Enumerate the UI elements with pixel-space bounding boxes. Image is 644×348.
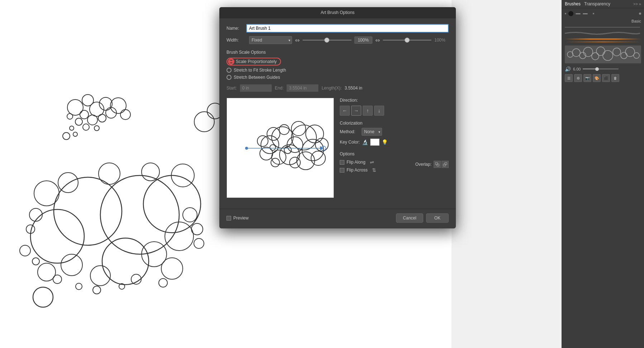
panel-arrows[interactable]: >> » xyxy=(633,2,641,6)
volume-row: 🔊 6.00 xyxy=(565,66,641,72)
colorization-label: Colorization xyxy=(340,121,449,126)
dir-btn-down[interactable]: ↓ xyxy=(374,106,384,116)
eyedropper-icon[interactable]: 🔬 xyxy=(362,139,368,145)
width-slider-track[interactable] xyxy=(302,40,352,40)
svg-point-73 xyxy=(257,136,268,146)
panel-icon-list[interactable]: ☰ xyxy=(565,74,573,82)
svg-point-47 xyxy=(191,223,203,235)
cancel-button[interactable]: Cancel xyxy=(396,213,423,223)
key-color-row: Key Color: 🔬 💡 xyxy=(340,139,449,146)
brush-dots-row xyxy=(565,11,641,16)
svg-point-23 xyxy=(102,238,149,285)
preview-checkbox[interactable] xyxy=(226,216,231,221)
svg-point-59 xyxy=(625,47,635,57)
svg-point-45 xyxy=(159,279,167,287)
flip-across-checkbox[interactable] xyxy=(340,168,344,173)
radio-stretch-to-fit[interactable]: Stretch to Fit Stroke Length xyxy=(226,68,449,73)
svg-point-56 xyxy=(603,50,613,61)
svg-point-27 xyxy=(142,163,159,181)
dir-btn-up[interactable]: ↑ xyxy=(363,106,373,116)
svg-point-74 xyxy=(267,127,280,140)
svg-point-11 xyxy=(67,113,73,119)
brush-panel-content: Basic xyxy=(562,8,644,85)
svg-point-83 xyxy=(270,145,276,150)
svg-point-46 xyxy=(183,208,197,222)
end-input[interactable] xyxy=(286,84,319,92)
overlap-btn-2[interactable] xyxy=(442,161,449,168)
dir-btn-left[interactable]: ← xyxy=(340,106,350,116)
overlap-icons xyxy=(434,161,449,168)
svg-point-71 xyxy=(272,150,286,164)
dir-btn-right[interactable]: → xyxy=(351,106,361,116)
width-select[interactable]: Fixed xyxy=(249,36,292,44)
svg-point-4 xyxy=(87,115,97,125)
key-color-swatch[interactable] xyxy=(370,139,380,146)
dialog-title: Art Brush Options xyxy=(321,10,355,15)
svg-point-54 xyxy=(592,53,599,60)
brushes-tab[interactable]: Brushes xyxy=(565,1,581,6)
end-label: End: xyxy=(275,86,284,91)
svg-point-38 xyxy=(32,258,39,265)
basic-label: Basic xyxy=(565,19,641,23)
svg-point-81 xyxy=(271,158,280,167)
flip-across-row: Flip Across ⇅ xyxy=(340,167,376,173)
name-input[interactable] xyxy=(246,24,449,33)
brush-dot-4 xyxy=(583,13,588,14)
svg-point-0 xyxy=(67,100,83,115)
transparency-tab[interactable]: Transparency xyxy=(584,1,610,6)
overlap-icon-1 xyxy=(435,162,440,167)
panel-brush-preview xyxy=(565,45,641,63)
brush-preview-box xyxy=(226,98,334,198)
name-row: Name: xyxy=(226,24,449,33)
light-icon: 💡 xyxy=(382,139,388,145)
width-slider-track-2[interactable] xyxy=(383,40,432,40)
flip-along-checkbox[interactable] xyxy=(340,160,344,165)
svg-point-5 xyxy=(75,118,82,125)
options-bottom-label: Options xyxy=(340,151,449,156)
volume-value: 6.00 xyxy=(573,67,581,71)
dialog: Art Brush Options Name: Width: Fixed ⇔ xyxy=(219,7,456,228)
svg-point-3 xyxy=(80,110,89,119)
ok-button[interactable]: OK xyxy=(426,213,449,223)
volume-slider[interactable] xyxy=(583,67,619,72)
scale-proportionately-label: Scale Proportionately xyxy=(236,59,277,64)
svg-point-8 xyxy=(98,114,106,122)
panel-icon-color[interactable]: 🎨 xyxy=(593,74,601,82)
flip-across-icon: ⇅ xyxy=(372,167,376,173)
width-end-value: 100% xyxy=(434,38,449,43)
panel-icon-layers[interactable]: ⬛ xyxy=(602,74,610,82)
svg-rect-62 xyxy=(583,68,597,69)
brush-dot-2 xyxy=(568,11,573,16)
right-panel: Brushes Transparency >> » Basic xyxy=(562,0,644,348)
svg-point-39 xyxy=(53,275,62,284)
preview-label: Preview xyxy=(233,216,249,221)
width-slider-thumb xyxy=(324,38,329,43)
radio-scale-proportionately[interactable]: Scale Proportionately xyxy=(226,58,449,66)
radio-stretch-between-circle xyxy=(226,75,232,80)
flip-along-icon: ⇌ xyxy=(370,159,374,165)
width-slider-area xyxy=(302,40,352,40)
panel-icon-cam[interactable]: 📷 xyxy=(583,74,591,82)
svg-point-48 xyxy=(194,238,204,248)
panel-icon-settings[interactable]: ⚙ xyxy=(574,74,582,82)
width-percent-input[interactable] xyxy=(354,37,372,44)
svg-point-14 xyxy=(70,126,74,130)
radio-group: Scale Proportionately Stretch to Fit Str… xyxy=(226,58,449,80)
stroke-line-2 xyxy=(565,31,640,36)
preview-svg xyxy=(227,98,334,198)
width-row: Width: Fixed ⇔ ⇔ 100% xyxy=(226,36,449,44)
radio-stretch-between[interactable]: Stretch Between Guides xyxy=(226,75,449,80)
panel-icon-trash[interactable]: 🗑 xyxy=(611,74,619,82)
direction-buttons: ← → ↑ ↓ xyxy=(340,106,449,116)
resize-icon-2: ⇔ xyxy=(375,37,380,44)
svg-point-10 xyxy=(120,110,130,120)
flip-along-label: Flip Along xyxy=(347,160,366,165)
method-select[interactable]: None xyxy=(362,128,382,136)
start-input[interactable] xyxy=(240,84,272,92)
method-label: Method: xyxy=(340,129,359,134)
overlap-btn-1[interactable] xyxy=(434,161,441,168)
name-label: Name: xyxy=(226,26,246,31)
width-select-wrapper: Fixed xyxy=(249,36,292,44)
brush-dot-6 xyxy=(639,13,641,15)
svg-point-26 xyxy=(99,163,120,184)
